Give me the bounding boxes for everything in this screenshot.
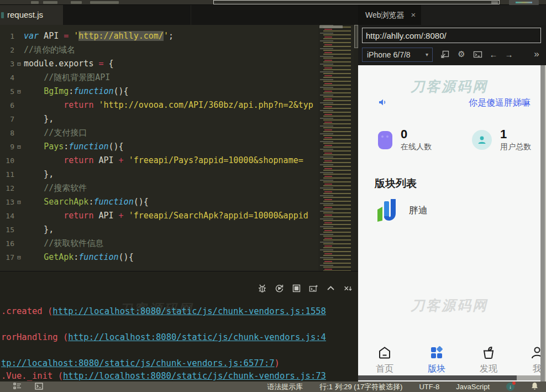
fold-toggle-icon[interactable]: ⊟ <box>14 195 24 209</box>
code-line: 11 }, <box>0 168 318 181</box>
more-chevrons-icon[interactable]: » <box>531 49 543 60</box>
code-line: 5⊟ BgImg:function(){ <box>0 85 318 98</box>
toolbar-icon[interactable] <box>31 1 39 4</box>
open-external-icon[interactable] <box>439 49 451 60</box>
code-line: 9⊟ Pays:function(){ <box>0 140 318 154</box>
watermark: 刀客源码网 <box>358 296 540 315</box>
editor-tabstrip: request.js <box>0 5 358 25</box>
debug-bug-icon[interactable] <box>258 284 267 293</box>
fold-toggle-icon[interactable]: ⊟ <box>14 140 24 154</box>
tab-discover[interactable]: 发现 <box>473 343 504 375</box>
language-mode-status[interactable]: JavaScript <box>456 383 490 391</box>
tab-label: 版块 <box>421 363 452 375</box>
new-terminal-icon[interactable] <box>309 284 318 293</box>
code-line: 6 return 'http://ovooa.com/API/360bz/api… <box>0 98 318 112</box>
tab-label: request.js <box>7 10 43 19</box>
tab-label: 首页 <box>369 363 400 375</box>
forum-list-item[interactable]: 胖迪 <box>375 196 428 224</box>
button-text-fragment <box>516 2 532 3</box>
forward-arrow-icon[interactable]: → <box>503 49 515 60</box>
code-line: 16 //获取软件信息 <box>0 237 318 250</box>
restart-icon[interactable] <box>275 284 284 293</box>
fold-toggle-icon[interactable]: ⊟ <box>14 57 24 71</box>
editor-column: request.js 1var API = 'http://ahlly.com/… <box>0 5 358 381</box>
fold-toggle-icon[interactable]: ⊟ <box>14 85 24 98</box>
update-icon[interactable]: ↓ <box>506 383 514 391</box>
bell-icon[interactable] <box>531 382 538 391</box>
tabstrip-divider <box>191 5 191 25</box>
mobile-preview: 刀客源码网 你是傻逼胖娣嘛 0 在线人数 <box>358 65 540 381</box>
close-icon[interactable]: × <box>411 10 416 19</box>
code-editor[interactable]: 1var API = 'http://ahlly.com/';2//填你的域名3… <box>0 25 358 271</box>
tab-home[interactable]: 首页 <box>369 343 400 375</box>
url-input[interactable] <box>362 28 541 43</box>
code-line: 3⊟module.exports = { <box>0 57 318 71</box>
tab-label: 发现 <box>473 363 504 375</box>
toolbar-run-button[interactable] <box>509 0 539 5</box>
tab-sections[interactable]: 版块 <box>421 343 452 375</box>
console-error-text: ) <box>275 358 280 368</box>
console-panel: 刀客源码网 .created (http://localhost:8080/st… <box>0 271 358 381</box>
device-select[interactable]: iPhone 6/7/8 ▾ <box>362 48 433 62</box>
section-title: 版块列表 <box>375 176 417 191</box>
tab-label: 我 <box>522 363 540 375</box>
tab-web-browser[interactable]: Web浏览器× <box>358 5 421 25</box>
minimap[interactable] <box>318 25 354 271</box>
toolbar-menu-fragment[interactable] <box>71 1 82 4</box>
basket-icon <box>473 343 504 360</box>
console-source-link[interactable]: http://localhost:8080/static/js/chunk-ve… <box>63 371 326 381</box>
console-source-link[interactable]: http://localhost:8080/static/js/chunk-ve… <box>68 332 326 342</box>
tab-label: Web浏览器 <box>365 11 405 19</box>
stat-value: 0 <box>401 128 432 141</box>
code-line: 15 }, <box>0 223 318 237</box>
console-toolbar <box>258 284 353 293</box>
editor-scrollbar[interactable] <box>354 25 358 271</box>
clear-console-icon[interactable] <box>343 284 353 293</box>
terminal-icon[interactable] <box>35 383 43 391</box>
tab-request-js[interactable]: request.js <box>0 5 63 25</box>
collapse-panel-icon[interactable] <box>326 284 335 293</box>
stat-label: 用户总数 <box>500 142 531 152</box>
code-line: 14 return API + 'freeapi/SearchApk?appid… <box>0 209 318 223</box>
tab-me[interactable]: 我 <box>522 343 540 375</box>
device-label: iPhone 6/7/8 <box>367 50 411 59</box>
browser-controls: iPhone 6/7/8 ▾ ⚙ ← → » <box>358 47 546 62</box>
code-line: 12 //搜索软件 <box>0 181 318 195</box>
back-arrow-icon[interactable]: ← <box>487 49 500 60</box>
outline-list-icon[interactable] <box>13 383 22 391</box>
syntax-library-status[interactable]: 语法提示库 <box>267 382 303 392</box>
code-line: 7 }, <box>0 112 318 126</box>
web-browser-panel: Web浏览器× iPhone 6/7/8 ▾ ⚙ ← → » 刀客源码网 <box>358 5 546 381</box>
minimap-selection <box>319 25 343 28</box>
encoding-status[interactable]: UTF-8 <box>419 383 439 391</box>
vertical-scrollbar[interactable] <box>540 65 546 381</box>
stat-online-users: 0 在线人数 <box>378 128 432 152</box>
console-line: .created (http://localhost:8080/static/j… <box>1 306 326 316</box>
person-icon <box>522 343 540 360</box>
toolbar-search-input[interactable] <box>213 0 500 4</box>
editor-scrollbar-thumb[interactable] <box>354 25 358 48</box>
fold-toggle-icon[interactable]: ⊟ <box>14 250 24 264</box>
forum-logo <box>375 196 401 224</box>
stat-total-users: 1 用户总数 <box>472 128 531 152</box>
code-line: 10 return API + 'freeapi/Pays?appid=1000… <box>0 154 318 168</box>
cursor-position-status[interactable]: 行:1 列:29 (17字符被选择) <box>319 382 402 392</box>
toolbar-menu-fragment[interactable] <box>43 1 57 4</box>
console-line: tp://localhost:8080/static/js/chunk-vend… <box>1 358 280 368</box>
stop-icon[interactable] <box>292 284 301 293</box>
console-source-link[interactable]: tp://localhost:8080/static/js/chunk-vend… <box>1 358 275 368</box>
top-toolbar <box>0 0 546 5</box>
console-source-link[interactable]: http://localhost:8080/static/js/chunk-ve… <box>53 306 326 316</box>
code-line: 4 //随机背景图API <box>0 71 318 85</box>
code-line: 8 //支付接口 <box>0 126 318 140</box>
toolbar-menu-fragment[interactable] <box>90 1 119 4</box>
search-go-button[interactable] <box>491 1 498 4</box>
speaker-icon <box>378 98 388 109</box>
status-bar: 语法提示库 行:1 列:29 (17字符被选择) UTF-8 JavaScrip… <box>0 381 546 392</box>
hbuilderx-window: request.js 1var API = 'http://ahlly.com/… <box>0 0 546 392</box>
terminal-icon[interactable] <box>471 49 484 60</box>
gear-icon[interactable]: ⚙ <box>455 49 468 60</box>
hscroll-thumb[interactable] <box>358 375 517 380</box>
stat-value: 1 <box>500 128 531 141</box>
horizontal-scrollbar[interactable] <box>358 375 540 380</box>
